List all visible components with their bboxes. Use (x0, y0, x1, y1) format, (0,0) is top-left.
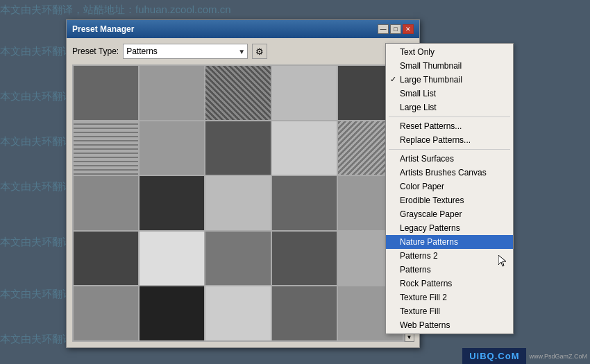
menu-item-rock-patterns[interactable]: Rock Patterns (386, 277, 513, 291)
pattern-cell[interactable] (74, 232, 138, 286)
pattern-cell[interactable] (272, 66, 337, 120)
pattern-cell[interactable] (272, 121, 337, 175)
menu-item-small-list[interactable]: Small List (386, 87, 513, 101)
pattern-cell[interactable] (140, 121, 204, 175)
pattern-cell[interactable] (272, 286, 337, 340)
pattern-cell[interactable] (140, 66, 204, 120)
menu-item-reset-patterns[interactable]: Reset Patterns... (386, 119, 513, 133)
menu-item-nature-patterns[interactable]: Nature Patterns (386, 235, 513, 249)
close-button[interactable]: ✕ (403, 24, 414, 34)
menu-item-texture-fill-2[interactable]: Texture Fill 2 (386, 291, 513, 304)
gear-button[interactable]: ⚙ (252, 44, 267, 59)
preset-type-label: Preset Type: (72, 46, 119, 56)
menu-item-replace-patterns[interactable]: Replace Patterns... (386, 133, 513, 147)
pattern-grid (72, 64, 404, 342)
pattern-cell[interactable] (74, 286, 138, 340)
bottom-badge-area: UiBQ.CoM www.PsdGamZ.CoM (462, 348, 590, 364)
preset-manager-dialog: Preset Manager — □ ✕ Preset Type: Patter… (66, 19, 420, 348)
title-bar-buttons: — □ ✕ (378, 24, 414, 34)
menu-item-artist-surfaces[interactable]: Artist Surfaces (386, 152, 513, 166)
uibq-badge: UiBQ.CoM (462, 348, 526, 364)
menu-item-large-list[interactable]: Large List (386, 101, 513, 114)
menu-item-large-thumbnail[interactable]: Large Thumbnail (386, 73, 513, 87)
pattern-cell[interactable] (140, 286, 204, 340)
menu-item-patterns-2[interactable]: Patterns 2 (386, 249, 513, 263)
menu-item-web-patterns[interactable]: Web Patterns (386, 318, 513, 332)
pattern-cell[interactable] (74, 176, 138, 230)
dialog-title: Preset Manager (72, 24, 134, 34)
pattern-cell[interactable] (272, 232, 337, 286)
menu-item-grayscale-paper[interactable]: Grayscale Paper (386, 207, 513, 221)
minimize-button[interactable]: — (378, 24, 389, 34)
preset-type-select[interactable]: Patterns (123, 44, 248, 59)
pattern-area: ▲ ▼ (72, 64, 414, 342)
pattern-cell[interactable] (205, 232, 270, 286)
preset-type-select-wrapper: Patterns ▼ (123, 44, 248, 59)
title-bar: Preset Manager — □ ✕ (67, 20, 419, 38)
pattern-cell[interactable] (205, 176, 270, 230)
pattern-cell[interactable] (74, 121, 138, 175)
menu-item-legacy-patterns[interactable]: Legacy Patterns (386, 221, 513, 235)
menu-item-artists-brushes[interactable]: Artists Brushes Canvas (386, 166, 513, 180)
dropdown-menu: Text Only Small Thumbnail Large Thumbnai… (385, 43, 514, 334)
menu-item-color-paper[interactable]: Color Paper (386, 180, 513, 193)
pattern-cell[interactable] (272, 176, 337, 230)
dialog-content: Preset Type: Patterns ▼ ⚙ (67, 38, 419, 347)
sub-badge: www.PsdGamZ.CoM (529, 353, 587, 360)
menu-separator-2 (389, 149, 510, 150)
watermark-1: 本文由夫环翻译，站酷地址：fuhuan.zcool.com.cn (0, 3, 590, 17)
pattern-cell[interactable] (205, 286, 270, 340)
pattern-cell[interactable] (74, 66, 138, 120)
pattern-grid-container (72, 64, 404, 342)
pattern-cell[interactable] (205, 121, 270, 175)
preset-type-row: Preset Type: Patterns ▼ ⚙ (72, 44, 414, 59)
menu-item-small-thumbnail[interactable]: Small Thumbnail (386, 59, 513, 73)
menu-item-patterns[interactable]: Patterns (386, 263, 513, 277)
pattern-cell[interactable] (205, 66, 270, 120)
menu-item-erodible-textures[interactable]: Erodible Textures (386, 193, 513, 207)
pattern-cell[interactable] (140, 232, 204, 286)
menu-separator-1 (389, 116, 510, 117)
restore-button[interactable]: □ (390, 24, 401, 34)
menu-item-text-only[interactable]: Text Only (386, 45, 513, 59)
pattern-cell[interactable] (140, 176, 204, 230)
menu-item-texture-fill[interactable]: Texture Fill (386, 304, 513, 318)
